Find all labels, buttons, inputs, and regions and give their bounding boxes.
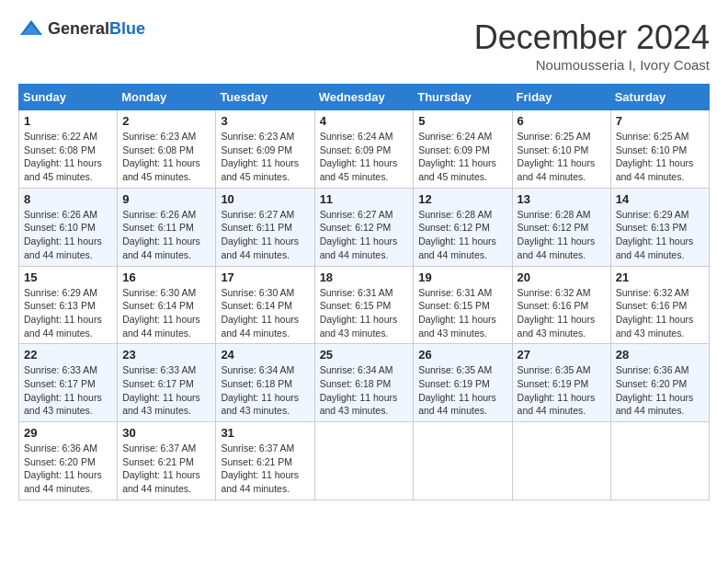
day-info: Sunrise: 6:30 AM Sunset: 6:14 PM Dayligh… bbox=[122, 286, 210, 340]
calendar-cell: 24 Sunrise: 6:34 AM Sunset: 6:18 PM Dayl… bbox=[216, 344, 314, 422]
calendar-cell: 7 Sunrise: 6:25 AM Sunset: 6:10 PM Dayli… bbox=[610, 110, 709, 189]
day-info: Sunrise: 6:32 AM Sunset: 6:16 PM Dayligh… bbox=[518, 286, 606, 340]
day-number: 22 bbox=[24, 348, 112, 362]
calendar-header-row: SundayMondayTuesdayWednesdayThursdayFrid… bbox=[19, 85, 710, 110]
day-info: Sunrise: 6:23 AM Sunset: 6:08 PM Dayligh… bbox=[122, 130, 210, 184]
day-info: Sunrise: 6:34 AM Sunset: 6:18 PM Dayligh… bbox=[320, 363, 409, 418]
calendar-cell: 25 Sunrise: 6:34 AM Sunset: 6:18 PM Dayl… bbox=[314, 344, 414, 422]
calendar-cell: 15 Sunrise: 6:29 AM Sunset: 6:13 PM Dayl… bbox=[19, 266, 118, 344]
calendar-day-header: Saturday bbox=[610, 85, 709, 110]
month-title: December 2024 bbox=[474, 18, 710, 57]
calendar-cell: 16 Sunrise: 6:30 AM Sunset: 6:14 PM Dayl… bbox=[118, 266, 216, 344]
calendar-cell: 2 Sunrise: 6:23 AM Sunset: 6:08 PM Dayli… bbox=[118, 110, 216, 189]
day-number: 31 bbox=[221, 426, 309, 440]
calendar-cell: 30 Sunrise: 6:37 AM Sunset: 6:21 PM Dayl… bbox=[118, 422, 216, 500]
calendar-day-header: Friday bbox=[512, 85, 610, 110]
day-info: Sunrise: 6:35 AM Sunset: 6:19 PM Dayligh… bbox=[518, 363, 606, 418]
calendar-cell: 31 Sunrise: 6:37 AM Sunset: 6:21 PM Dayl… bbox=[216, 422, 314, 500]
day-number: 3 bbox=[221, 114, 309, 128]
title-block: December 2024 Noumousseria I, Ivory Coas… bbox=[474, 18, 710, 73]
calendar-day-header: Sunday bbox=[19, 85, 118, 110]
day-info: Sunrise: 6:24 AM Sunset: 6:09 PM Dayligh… bbox=[320, 130, 409, 184]
day-info: Sunrise: 6:35 AM Sunset: 6:19 PM Dayligh… bbox=[418, 363, 506, 418]
page-header: GeneralBlue December 2024 Noumousseria I… bbox=[18, 18, 710, 73]
calendar-week-row: 29 Sunrise: 6:36 AM Sunset: 6:20 PM Dayl… bbox=[19, 422, 710, 500]
calendar-cell: 10 Sunrise: 6:27 AM Sunset: 6:11 PM Dayl… bbox=[216, 188, 314, 266]
day-number: 25 bbox=[320, 348, 409, 362]
calendar-day-header: Tuesday bbox=[216, 85, 314, 110]
day-number: 4 bbox=[320, 114, 409, 128]
day-info: Sunrise: 6:32 AM Sunset: 6:16 PM Dayligh… bbox=[616, 286, 704, 340]
calendar-cell: 12 Sunrise: 6:28 AM Sunset: 6:12 PM Dayl… bbox=[414, 188, 512, 266]
calendar-cell: 4 Sunrise: 6:24 AM Sunset: 6:09 PM Dayli… bbox=[314, 110, 414, 189]
day-number: 2 bbox=[122, 114, 210, 128]
day-info: Sunrise: 6:34 AM Sunset: 6:18 PM Dayligh… bbox=[221, 363, 309, 418]
calendar-cell: 5 Sunrise: 6:24 AM Sunset: 6:09 PM Dayli… bbox=[414, 110, 512, 189]
day-number: 15 bbox=[24, 270, 112, 284]
calendar-cell: 20 Sunrise: 6:32 AM Sunset: 6:16 PM Dayl… bbox=[512, 266, 610, 344]
day-info: Sunrise: 6:26 AM Sunset: 6:11 PM Dayligh… bbox=[122, 208, 210, 262]
day-info: Sunrise: 6:30 AM Sunset: 6:14 PM Dayligh… bbox=[221, 286, 309, 340]
day-number: 27 bbox=[518, 348, 606, 362]
day-number: 6 bbox=[518, 114, 606, 128]
day-number: 17 bbox=[221, 270, 309, 284]
day-info: Sunrise: 6:37 AM Sunset: 6:21 PM Dayligh… bbox=[122, 442, 210, 496]
day-number: 7 bbox=[616, 114, 704, 128]
calendar-cell: 17 Sunrise: 6:30 AM Sunset: 6:14 PM Dayl… bbox=[216, 266, 314, 344]
day-number: 1 bbox=[24, 114, 112, 128]
day-info: Sunrise: 6:27 AM Sunset: 6:11 PM Dayligh… bbox=[221, 208, 309, 262]
calendar-day-header: Wednesday bbox=[314, 85, 414, 110]
calendar-week-row: 1 Sunrise: 6:22 AM Sunset: 6:08 PM Dayli… bbox=[19, 110, 710, 189]
calendar-cell: 26 Sunrise: 6:35 AM Sunset: 6:19 PM Dayl… bbox=[414, 344, 512, 422]
calendar-week-row: 15 Sunrise: 6:29 AM Sunset: 6:13 PM Dayl… bbox=[19, 266, 710, 344]
day-info: Sunrise: 6:23 AM Sunset: 6:09 PM Dayligh… bbox=[221, 130, 309, 184]
day-number: 24 bbox=[221, 348, 309, 362]
calendar-cell: 18 Sunrise: 6:31 AM Sunset: 6:15 PM Dayl… bbox=[314, 266, 414, 344]
day-info: Sunrise: 6:26 AM Sunset: 6:10 PM Dayligh… bbox=[24, 208, 112, 262]
calendar-cell: 23 Sunrise: 6:33 AM Sunset: 6:17 PM Dayl… bbox=[118, 344, 216, 422]
calendar-cell bbox=[512, 422, 610, 500]
calendar-cell: 19 Sunrise: 6:31 AM Sunset: 6:15 PM Dayl… bbox=[414, 266, 512, 344]
day-number: 14 bbox=[616, 192, 704, 206]
calendar-week-row: 8 Sunrise: 6:26 AM Sunset: 6:10 PM Dayli… bbox=[19, 188, 710, 266]
day-number: 18 bbox=[320, 270, 409, 284]
day-info: Sunrise: 6:31 AM Sunset: 6:15 PM Dayligh… bbox=[418, 286, 506, 340]
calendar-day-header: Thursday bbox=[414, 85, 512, 110]
day-info: Sunrise: 6:25 AM Sunset: 6:10 PM Dayligh… bbox=[616, 130, 704, 184]
day-number: 12 bbox=[418, 192, 506, 206]
day-info: Sunrise: 6:29 AM Sunset: 6:13 PM Dayligh… bbox=[24, 286, 112, 340]
calendar-day-header: Monday bbox=[118, 85, 216, 110]
location-subtitle: Noumousseria I, Ivory Coast bbox=[474, 57, 710, 73]
day-info: Sunrise: 6:28 AM Sunset: 6:12 PM Dayligh… bbox=[518, 208, 606, 262]
logo: GeneralBlue bbox=[18, 18, 145, 39]
day-number: 16 bbox=[122, 270, 210, 284]
calendar-cell: 9 Sunrise: 6:26 AM Sunset: 6:11 PM Dayli… bbox=[118, 188, 216, 266]
day-info: Sunrise: 6:25 AM Sunset: 6:10 PM Dayligh… bbox=[518, 130, 606, 184]
day-info: Sunrise: 6:36 AM Sunset: 6:20 PM Dayligh… bbox=[616, 363, 704, 418]
day-info: Sunrise: 6:33 AM Sunset: 6:17 PM Dayligh… bbox=[24, 363, 112, 418]
day-info: Sunrise: 6:27 AM Sunset: 6:12 PM Dayligh… bbox=[320, 208, 409, 262]
calendar-cell: 21 Sunrise: 6:32 AM Sunset: 6:16 PM Dayl… bbox=[610, 266, 709, 344]
logo-icon bbox=[18, 18, 44, 39]
calendar-cell: 8 Sunrise: 6:26 AM Sunset: 6:10 PM Dayli… bbox=[19, 188, 118, 266]
calendar-cell: 11 Sunrise: 6:27 AM Sunset: 6:12 PM Dayl… bbox=[314, 188, 414, 266]
calendar-cell bbox=[414, 422, 512, 500]
calendar-cell bbox=[610, 422, 709, 500]
logo-text: GeneralBlue bbox=[48, 19, 145, 39]
day-number: 29 bbox=[24, 426, 112, 440]
calendar-cell: 6 Sunrise: 6:25 AM Sunset: 6:10 PM Dayli… bbox=[512, 110, 610, 189]
day-info: Sunrise: 6:29 AM Sunset: 6:13 PM Dayligh… bbox=[616, 208, 704, 262]
day-number: 23 bbox=[122, 348, 210, 362]
calendar-cell: 22 Sunrise: 6:33 AM Sunset: 6:17 PM Dayl… bbox=[19, 344, 118, 422]
day-info: Sunrise: 6:22 AM Sunset: 6:08 PM Dayligh… bbox=[24, 130, 112, 184]
calendar-cell: 1 Sunrise: 6:22 AM Sunset: 6:08 PM Dayli… bbox=[19, 110, 118, 189]
day-info: Sunrise: 6:28 AM Sunset: 6:12 PM Dayligh… bbox=[418, 208, 506, 262]
day-number: 30 bbox=[122, 426, 210, 440]
day-number: 28 bbox=[616, 348, 704, 362]
day-number: 26 bbox=[418, 348, 506, 362]
calendar-cell: 13 Sunrise: 6:28 AM Sunset: 6:12 PM Dayl… bbox=[512, 188, 610, 266]
day-number: 8 bbox=[24, 192, 112, 206]
calendar-cell: 28 Sunrise: 6:36 AM Sunset: 6:20 PM Dayl… bbox=[610, 344, 709, 422]
day-info: Sunrise: 6:33 AM Sunset: 6:17 PM Dayligh… bbox=[122, 363, 210, 418]
day-info: Sunrise: 6:37 AM Sunset: 6:21 PM Dayligh… bbox=[221, 442, 309, 496]
